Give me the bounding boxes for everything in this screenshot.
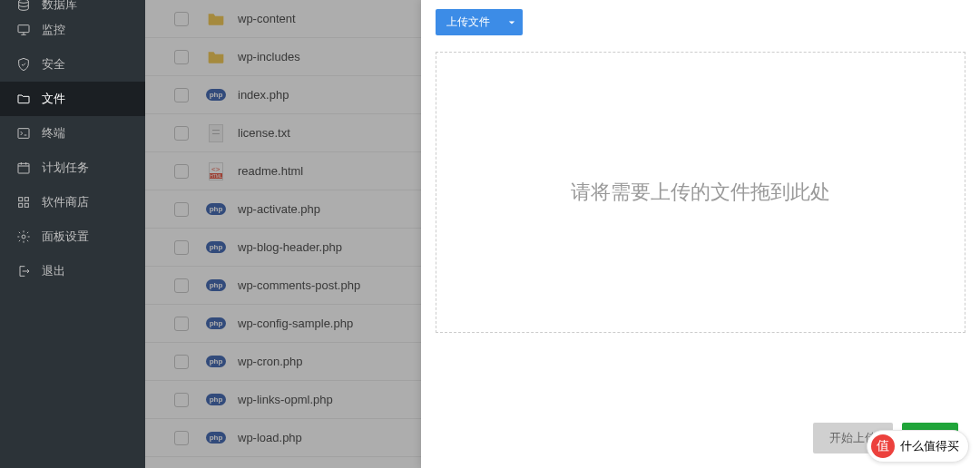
svg-point-8 — [22, 235, 25, 239]
logout-icon — [16, 264, 31, 278]
sidebar-item-3[interactable]: 文件 — [0, 82, 145, 116]
database-icon — [16, 0, 31, 13]
calendar-icon — [16, 161, 31, 175]
svg-rect-7 — [24, 203, 28, 207]
gear-icon — [16, 229, 31, 244]
svg-rect-1 — [18, 25, 29, 33]
upload-file-button[interactable]: 上传文件 — [436, 9, 501, 35]
sidebar-item-label: 软件商店 — [42, 194, 89, 210]
terminal-icon — [16, 126, 31, 141]
upload-modal: 上传文件 请将需要上传的文件拖到此处 开始上传 取消 — [421, 0, 980, 468]
sidebar-item-5[interactable]: 计划任务 — [0, 151, 145, 185]
upload-dropzone[interactable]: 请将需要上传的文件拖到此处 — [436, 52, 965, 333]
sidebar-item-label: 终端 — [42, 125, 65, 141]
upload-split-button: 上传文件 — [436, 9, 523, 35]
sidebar-item-label: 监控 — [42, 22, 65, 38]
sidebar-item-label: 数据库 — [42, 0, 77, 13]
sidebar-item-0[interactable]: 数据库 — [0, 0, 145, 13]
svg-rect-4 — [19, 198, 23, 201]
watermark-icon: 值 — [871, 434, 895, 458]
folder-icon — [16, 92, 31, 106]
watermark-text: 什么值得买 — [900, 438, 959, 454]
upload-dropdown-caret[interactable] — [501, 9, 523, 35]
svg-rect-6 — [19, 203, 23, 207]
sidebar-item-label: 退出 — [42, 263, 65, 279]
sidebar-item-label: 安全 — [42, 56, 65, 73]
sidebar-item-label: 计划任务 — [42, 160, 89, 176]
svg-rect-3 — [18, 163, 29, 173]
dropzone-hint: 请将需要上传的文件拖到此处 — [571, 179, 830, 206]
sidebar-item-1[interactable]: 监控 — [0, 13, 145, 47]
svg-rect-2 — [18, 129, 29, 139]
sidebar-item-2[interactable]: 安全 — [0, 47, 145, 82]
sidebar-item-label: 文件 — [42, 91, 65, 107]
monitor-icon — [16, 23, 31, 37]
grid-icon — [16, 195, 31, 210]
sidebar-item-7[interactable]: 面板设置 — [0, 219, 145, 254]
sidebar-item-4[interactable]: 终端 — [0, 116, 145, 151]
svg-rect-5 — [24, 198, 28, 201]
sidebar-item-label: 面板设置 — [42, 229, 89, 245]
caret-down-icon — [508, 19, 515, 26]
sidebar-item-8[interactable]: 退出 — [0, 254, 145, 288]
watermark-badge: 值 什么值得买 — [867, 430, 969, 463]
shield-icon — [16, 57, 31, 72]
sidebar-item-6[interactable]: 软件商店 — [0, 185, 145, 219]
svg-point-0 — [19, 0, 29, 3]
sidebar: 数据库监控安全文件终端计划任务软件商店面板设置退出 — [0, 0, 145, 468]
